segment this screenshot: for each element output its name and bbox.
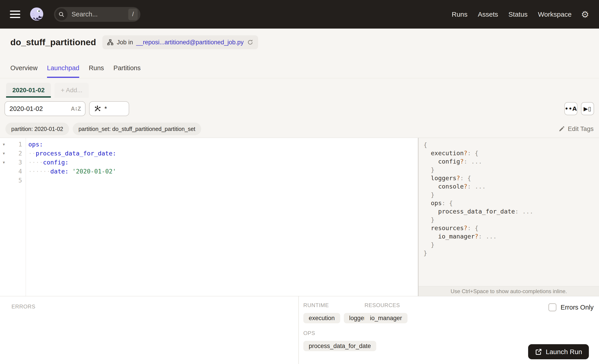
errors-only-toggle[interactable]: Errors Only [548, 303, 594, 311]
pencil-icon [558, 126, 565, 132]
schema-line: execution?: { [423, 149, 599, 157]
editor-line: 4······date: '2020-01-02' [0, 167, 418, 176]
search-input[interactable] [71, 10, 128, 18]
schema-line: } [423, 216, 599, 224]
code-token [69, 168, 72, 175]
partition-tabs: 2020-01-02+ Add... [6, 83, 89, 98]
nav-assets[interactable]: Assets [478, 11, 498, 18]
op-selector-icon [94, 105, 101, 113]
code-token: config: [43, 159, 69, 166]
resources-chips: io_manager [365, 313, 407, 323]
errors-only-label: Errors Only [561, 304, 594, 311]
schema-line: } [423, 241, 599, 249]
gear-icon[interactable]: ⚙ [581, 10, 589, 19]
partition-select-field[interactable]: A ▴▾ Z [5, 101, 86, 116]
dagster-launchpad-page: / RunsAssetsStatusWorkspace ⚙ do_stuff_p… [0, 0, 599, 364]
edit-tags-label: Edit Tags [568, 125, 594, 132]
runtime-chips: executionloggers [303, 313, 374, 323]
chip-io-manager[interactable]: io_manager [365, 313, 407, 323]
chip-execution[interactable]: execution [303, 313, 340, 323]
job-tabs: OverviewLaunchpadRunsPartitions [10, 64, 141, 78]
add-partition-tab[interactable]: + Add... [54, 83, 89, 98]
autocomplete-button[interactable]: ••A [564, 102, 577, 115]
title-row: do_stuff_partitioned Job in __reposi...a… [10, 34, 590, 51]
job-repo-link[interactable]: __reposi...artitioned@partitioned_job.py [136, 39, 244, 46]
line-number: 4 [8, 168, 26, 175]
schema-line: } [423, 249, 599, 257]
chip-process-data-for-date[interactable]: process_data_for_date [303, 341, 376, 351]
line-number: 3 [8, 159, 26, 166]
schema-line: console?: ... [423, 182, 599, 191]
editor-line: ▾3····config: [0, 158, 418, 167]
schema-line: } [423, 165, 599, 174]
errors-only-checkbox[interactable] [548, 303, 556, 311]
ops-section: OPS process_data_for_date [303, 330, 376, 351]
reload-icon[interactable] [247, 39, 254, 46]
line-number: 5 [8, 177, 26, 184]
launch-run-label: Launch Run [546, 348, 582, 356]
editor-line: ▾1ops: [0, 140, 418, 149]
op-selector-input[interactable] [104, 105, 122, 113]
tag: partition_set: do_stuff_partitioned_part… [73, 123, 201, 135]
code-token: date: [50, 168, 69, 175]
top-header: / RunsAssetsStatusWorkspace ⚙ [0, 0, 599, 29]
sort-alphabetical-icon: A ▴▾ Z [71, 105, 81, 112]
schema-line: { [423, 141, 599, 149]
op-selector-field[interactable] [89, 101, 129, 116]
tab-partitions[interactable]: Partitions [114, 64, 141, 78]
hamburger-menu-icon[interactable] [10, 11, 20, 18]
schema-line: config?: ... [423, 157, 599, 165]
code-token: process_data_for_date: [36, 150, 116, 157]
nav-runs[interactable]: Runs [452, 11, 467, 18]
partition-tab-2020-01-02[interactable]: 2020-01-02 [6, 83, 51, 98]
resources-label: RESOURCES [365, 302, 407, 308]
whitespace-dots: ·· [28, 150, 36, 157]
schema-line: resources?: { [423, 224, 599, 232]
global-search: / [54, 7, 141, 22]
fold-arrow-icon[interactable]: ▾ [0, 142, 8, 147]
toggle-panel-button[interactable]: ▶▯ [581, 102, 594, 115]
bottom-panel: ERRORS RUNTIME executionloggers RESOURCE… [0, 296, 599, 364]
ops-chips: process_data_for_date [303, 341, 376, 351]
code-line-content: ··process_data_for_date: [26, 150, 116, 157]
config-editor[interactable]: ▾1ops:▾2··process_data_for_date:▾3····co… [0, 138, 418, 296]
nav-workspace[interactable]: Workspace [538, 11, 572, 18]
tabs-divider [0, 78, 599, 78]
edit-tags-button[interactable]: Edit Tags [558, 125, 594, 132]
tab-overview[interactable]: Overview [10, 64, 38, 78]
autocomplete-hint: Use Ctrl+Space to show auto-completions … [419, 286, 599, 296]
search-shortcut-badge: / [128, 9, 138, 20]
launch-run-button[interactable]: Launch Run [528, 344, 589, 359]
partition-input[interactable] [9, 105, 71, 113]
tags-list: partition: 2020-01-02partition_set: do_s… [5, 123, 201, 135]
code-line-content: ····config: [26, 159, 69, 166]
top-nav: RunsAssetsStatusWorkspace [452, 11, 572, 18]
launchpad-controls: A ▴▾ Z ••A ▶▯ [5, 101, 594, 116]
code-token: '2020-01-02' [72, 168, 116, 175]
fold-arrow-icon[interactable]: ▾ [0, 160, 8, 165]
editor-line: 5 [0, 176, 418, 185]
fold-arrow-icon[interactable]: ▾ [0, 151, 8, 156]
schema-line: } [423, 191, 599, 199]
runtime-section: RUNTIME executionloggers [303, 302, 374, 323]
external-link-icon [535, 348, 542, 355]
dagster-logo[interactable] [28, 6, 45, 23]
bottom-divider [298, 296, 299, 364]
code-line-content: ops: [26, 141, 43, 148]
tag: partition: 2020-01-02 [5, 123, 69, 135]
ops-label: OPS [303, 330, 376, 336]
schema-line: ops: { [423, 199, 599, 207]
whitespace-dots: ······ [28, 168, 50, 175]
errors-section-label: ERRORS [11, 303, 35, 310]
runtime-label: RUNTIME [303, 302, 374, 308]
tab-launchpad[interactable]: Launchpad [47, 64, 79, 78]
schema-line: process_data_for_date: ... [423, 207, 599, 216]
tab-runs[interactable]: Runs [89, 64, 104, 78]
editor-line: ▾2··process_data_for_date: [0, 149, 418, 158]
job-graph-icon [107, 39, 114, 46]
nav-status[interactable]: Status [509, 11, 528, 18]
code-token: ops: [28, 141, 43, 148]
job-context-prefix: Job in [117, 39, 133, 46]
job-context-chip: Job in __reposi...artitioned@partitioned… [102, 35, 258, 49]
schema-code: { execution?: { config?: ... } loggers?:… [423, 141, 599, 257]
